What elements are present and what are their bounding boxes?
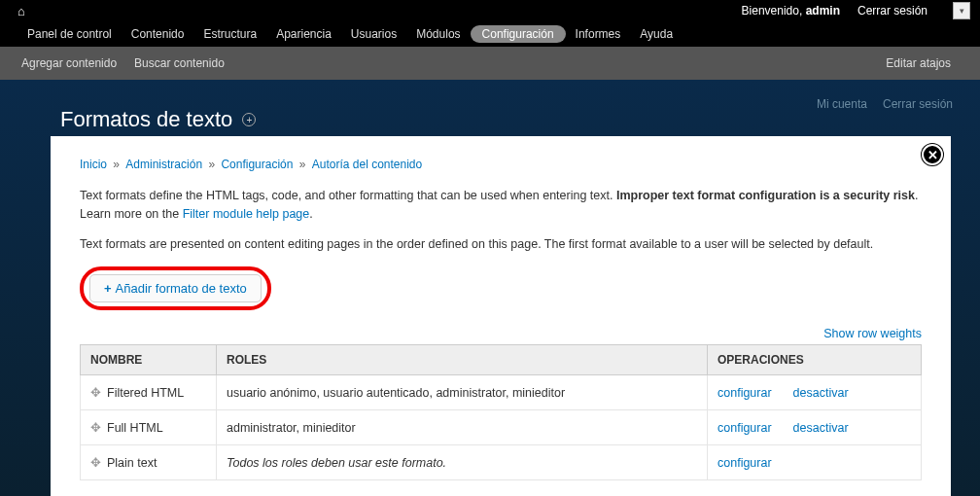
col-header-roles: ROLES xyxy=(217,345,708,375)
desactivar-link[interactable]: desactivar xyxy=(793,421,849,435)
drag-handle-icon[interactable]: ✥ xyxy=(90,420,101,435)
shortcut-bar: Agregar contenido Buscar contenido Edita… xyxy=(0,47,980,80)
menu-item-estructura[interactable]: Estructura xyxy=(193,22,266,46)
overlay-content: Inicio » Administración » Configuración … xyxy=(51,136,951,496)
intro-paragraph-1: Text formats define the HTML tags, code,… xyxy=(80,187,922,224)
breadcrumb-link[interactable]: Autoría del contenido xyxy=(312,158,422,171)
configurar-link[interactable]: configurar xyxy=(718,386,772,400)
format-name: Full HTML xyxy=(107,421,163,435)
format-name: Filtered HTML xyxy=(107,386,184,400)
plus-icon: + xyxy=(104,281,112,296)
desactivar-link[interactable]: desactivar xyxy=(793,386,849,400)
add-content-link[interactable]: Agregar contenido xyxy=(21,56,117,70)
admin-menu: Panel de controlContenidoEstructuraApari… xyxy=(18,21,970,47)
add-text-format-button[interactable]: +Añadir formato de texto xyxy=(89,274,262,302)
format-name: Plain text xyxy=(107,456,157,470)
breadcrumb-separator: » xyxy=(296,158,308,171)
col-header-ops: OPERACIONES xyxy=(708,345,922,375)
my-account-link[interactable]: Mi cuenta xyxy=(817,97,867,111)
menu-item-contenido[interactable]: Contenido xyxy=(122,22,194,46)
close-icon[interactable]: ✕ xyxy=(922,144,943,165)
breadcrumb: Inicio » Administración » Configuración … xyxy=(80,158,922,171)
account-links: Mi cuenta Cerrar sesión xyxy=(817,97,953,111)
find-content-link[interactable]: Buscar contenido xyxy=(134,56,225,70)
menu-item-informes[interactable]: Informes xyxy=(566,22,631,46)
home-icon[interactable]: ⌂ xyxy=(18,4,25,18)
menu-item-ayuda[interactable]: Ayuda xyxy=(630,22,682,46)
show-row-weights-link[interactable]: Show row weights xyxy=(823,327,922,340)
drag-handle-icon[interactable]: ✥ xyxy=(90,385,101,400)
configurar-link[interactable]: configurar xyxy=(718,421,772,435)
menu-item-usuarios[interactable]: Usuarios xyxy=(341,22,406,46)
format-roles: administrator, minieditor xyxy=(217,410,708,445)
breadcrumb-link[interactable]: Administración xyxy=(125,158,202,171)
admin-toolbar: ⌂ Bienvenido, admin Cerrar sesión ▾ Pane… xyxy=(0,0,980,47)
table-row: ✥Filtered HTMLusuario anónimo, usuario a… xyxy=(81,375,922,410)
plus-icon[interactable]: + xyxy=(242,113,256,126)
welcome-text: Bienvenido, admin xyxy=(742,4,840,18)
configurar-link[interactable]: configurar xyxy=(718,456,772,470)
menu-item-apariencia[interactable]: Apariencia xyxy=(266,22,341,46)
account-logout-link[interactable]: Cerrar sesión xyxy=(883,97,953,111)
breadcrumb-link[interactable]: Inicio xyxy=(80,158,107,171)
page-title: Formatos de texto xyxy=(60,107,232,132)
chevron-down-icon[interactable]: ▾ xyxy=(953,2,970,19)
breadcrumb-separator: » xyxy=(205,158,218,171)
menu-item-módulos[interactable]: Módulos xyxy=(406,22,470,46)
format-roles: Todos los roles deben usar este formato. xyxy=(217,445,708,480)
breadcrumb-separator: » xyxy=(110,158,122,171)
breadcrumb-link[interactable]: Configuración xyxy=(221,158,293,171)
table-row: ✥Plain textTodos los roles deben usar es… xyxy=(81,445,922,480)
intro-paragraph-2: Text formats are presented on content ed… xyxy=(80,235,922,254)
format-roles: usuario anónimo, usuario autenticado, ad… xyxy=(217,375,708,410)
menu-item-panel-de-control[interactable]: Panel de control xyxy=(18,22,122,46)
table-row: ✥Full HTMLadministrator, minieditorconfi… xyxy=(81,410,922,445)
highlight-annotation: +Añadir formato de texto xyxy=(80,266,271,310)
logout-link[interactable]: Cerrar sesión xyxy=(858,4,928,18)
col-header-name: NOMBRE xyxy=(81,345,217,375)
filter-help-link[interactable]: Filter module help page xyxy=(183,207,310,221)
text-formats-table: NOMBRE ROLES OPERACIONES ✥Filtered HTMLu… xyxy=(80,344,922,480)
edit-shortcuts-link[interactable]: Editar atajos xyxy=(886,56,951,70)
drag-handle-icon[interactable]: ✥ xyxy=(90,455,101,470)
menu-item-configuración[interactable]: Configuración xyxy=(471,25,566,43)
